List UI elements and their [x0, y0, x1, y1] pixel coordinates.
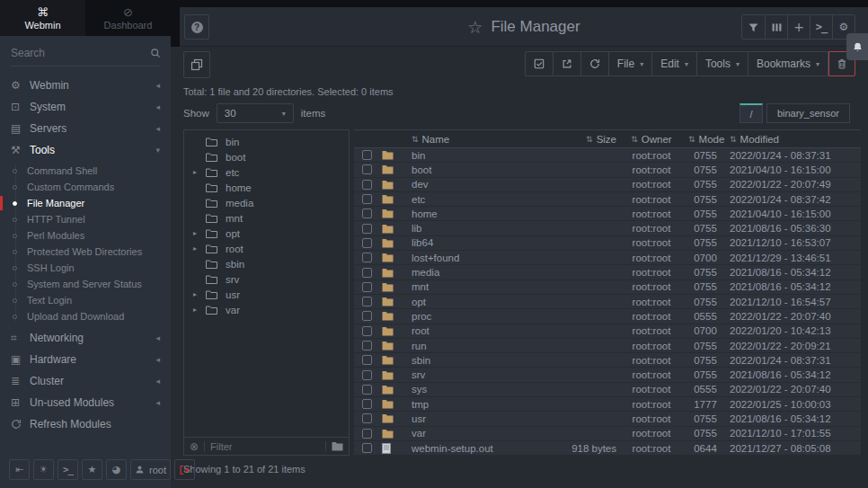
row-checkbox[interactable]	[362, 194, 372, 204]
row-checkbox[interactable]	[362, 253, 372, 262]
tree-item-boot[interactable]: boot	[184, 149, 349, 164]
tree-item-var[interactable]: ▸ var	[184, 302, 349, 317]
row-checkbox[interactable]	[362, 268, 372, 278]
favorite-star-icon[interactable]: ☆	[467, 17, 483, 37]
row-checkbox[interactable]	[362, 399, 372, 409]
folder-toggle-icon[interactable]	[325, 441, 343, 451]
file-name[interactable]: sys	[412, 384, 521, 395]
notifications-button[interactable]	[846, 33, 868, 60]
file-name[interactable]: tmp	[412, 399, 521, 410]
sidebar-item-tools[interactable]: ⚒ Tools ▾	[0, 139, 171, 161]
sidebar-item-webmin[interactable]: ⚙ Webmin ◂	[0, 75, 171, 96]
file-name[interactable]: bin	[412, 150, 521, 161]
table-row-sbin[interactable]: sbin root:root 0755 2022/01/24 - 08:37:3…	[354, 353, 861, 368]
tree-item-sbin[interactable]: sbin	[184, 256, 349, 271]
columns-button[interactable]	[765, 15, 787, 39]
filter-button[interactable]	[742, 15, 765, 39]
table-row-lib[interactable]: lib root:root 0755 2021/08/16 - 05:36:30	[354, 221, 861, 235]
row-checkbox[interactable]	[362, 164, 372, 174]
file-name[interactable]: srv	[412, 369, 521, 380]
file-name[interactable]: media	[412, 267, 521, 278]
file-name[interactable]: usr	[412, 413, 521, 424]
row-checkbox[interactable]	[362, 311, 372, 321]
table-row-bin[interactable]: bin root:root 0755 2022/01/24 - 08:37:31	[354, 148, 861, 163]
sidebar-item-cluster[interactable]: ≣ Cluster ◂	[0, 370, 171, 392]
file-name[interactable]: etc	[412, 194, 521, 205]
sidebar-item-command-shell[interactable]: Command Shell	[0, 163, 171, 179]
terminal-button[interactable]: >_	[58, 459, 78, 480]
sidebar-item-custom-commands[interactable]: Custom Commands	[0, 179, 171, 195]
sidebar-item-system-and-server-status[interactable]: System and Server Status	[0, 276, 171, 292]
path-segment-binary-sensor[interactable]: binary_sensor	[766, 103, 850, 123]
sidebar-item-perl-modules[interactable]: Perl Modules	[0, 227, 171, 244]
expander-icon[interactable]: ▸	[193, 244, 206, 253]
sidebar-item-http-tunnel[interactable]: HTTP Tunnel	[0, 211, 171, 227]
language-button[interactable]: ◕	[106, 459, 127, 480]
row-checkbox[interactable]	[362, 341, 372, 350]
tree-item-usr[interactable]: ▸ usr	[184, 287, 349, 302]
column-header-mode[interactable]: ⇅ Mode	[683, 134, 728, 145]
sidebar-item-networking[interactable]: ⌗ Networking ◂	[0, 327, 171, 349]
column-header-size[interactable]: ⇅ Size	[521, 134, 620, 145]
file-name[interactable]: proc	[412, 311, 521, 322]
path-segment-root[interactable]: /	[740, 103, 763, 123]
refresh-button[interactable]	[581, 51, 609, 76]
table-row-home[interactable]: home root:root 0755 2021/04/10 - 16:15:0…	[354, 207, 861, 221]
tree-item-home[interactable]: home	[184, 180, 349, 195]
row-checkbox[interactable]	[362, 355, 372, 365]
tree-item-etc[interactable]: ▸ etc	[184, 164, 349, 180]
sidebar-item-system[interactable]: ⊡ System ◂	[0, 96, 171, 118]
sidebar-item-file-manager[interactable]: File Manager	[0, 195, 171, 211]
paste-buffer-button[interactable]	[183, 51, 210, 78]
table-row-var[interactable]: var root:root 0755 2021/12/10 - 17:01:55	[354, 427, 861, 441]
row-checkbox[interactable]	[362, 297, 372, 306]
help-button[interactable]: ?	[184, 14, 209, 40]
menu-tools[interactable]: Tools ▾	[697, 51, 748, 76]
sidebar-item-refresh-modules[interactable]: Refresh Modules	[0, 413, 171, 435]
row-checkbox[interactable]	[362, 238, 372, 248]
file-name[interactable]: root	[412, 325, 521, 336]
row-checkbox[interactable]	[362, 209, 372, 218]
tree-item-opt[interactable]: ▸ opt	[184, 226, 349, 241]
table-row-lost-found[interactable]: lost+found root:root 0700 2021/12/29 - 1…	[354, 251, 861, 265]
file-name[interactable]: dev	[412, 179, 521, 190]
sidebar-item-upload-and-download[interactable]: Upload and Download	[0, 308, 171, 324]
table-row-boot[interactable]: boot root:root 0755 2021/04/10 - 16:15:0…	[354, 163, 861, 177]
row-checkbox[interactable]	[362, 443, 372, 453]
logout-button[interactable]	[174, 459, 195, 480]
row-checkbox[interactable]	[362, 370, 372, 380]
column-header-modified[interactable]: ⇅ Modified	[728, 134, 861, 145]
select-all-button[interactable]	[525, 51, 554, 76]
tab-dashboard[interactable]: ⊘ Dashboard	[85, 0, 171, 36]
tree-item-mnt[interactable]: mnt	[184, 210, 349, 226]
table-row-lib64[interactable]: lib64 root:root 0755 2021/12/10 - 16:53:…	[354, 236, 861, 251]
table-row-opt[interactable]: opt root:root 0755 2021/12/10 - 16:54:57	[354, 295, 861, 309]
tree-item-bin[interactable]: bin	[184, 134, 349, 149]
expander-icon[interactable]: ▸	[193, 168, 206, 176]
row-checkbox[interactable]	[362, 326, 372, 336]
file-name[interactable]: opt	[412, 297, 521, 307]
table-row-webmin-setup-out[interactable]: webmin-setup.out 918 bytes root:root 064…	[354, 441, 861, 456]
file-name[interactable]: var	[412, 428, 521, 439]
row-checkbox[interactable]	[362, 282, 372, 292]
file-name[interactable]: boot	[412, 164, 521, 175]
sidebar-item-protected-web-directories[interactable]: Protected Web Directories	[0, 244, 171, 260]
tree-item-media[interactable]: media	[184, 195, 349, 210]
menu-file[interactable]: File ▾	[609, 51, 652, 76]
table-row-etc[interactable]: etc root:root 0755 2022/01/24 - 08:37:42	[354, 192, 861, 207]
expander-icon[interactable]: ▸	[193, 306, 206, 314]
file-name[interactable]: webmin-setup.out	[412, 443, 521, 454]
row-checkbox[interactable]	[362, 429, 372, 439]
tree-item-root[interactable]: ▸ root	[184, 241, 349, 256]
page-size-select[interactable]: 30 ▾	[217, 103, 294, 123]
file-name[interactable]: run	[412, 341, 521, 351]
sidebar-item-hardware[interactable]: ▣ Hardware ◂	[0, 349, 171, 370]
export-button[interactable]	[554, 51, 581, 76]
tree-item-srv[interactable]: srv	[184, 271, 349, 287]
create-button[interactable]: +	[787, 15, 810, 39]
row-checkbox[interactable]	[362, 385, 372, 395]
file-name[interactable]: lost+found	[412, 253, 521, 263]
file-name[interactable]: home	[412, 209, 521, 219]
table-row-root[interactable]: root root:root 0700 2022/01/20 - 10:42:1…	[354, 324, 861, 339]
table-row-usr[interactable]: usr root:root 0755 2021/08/16 - 05:34:12	[354, 412, 861, 426]
